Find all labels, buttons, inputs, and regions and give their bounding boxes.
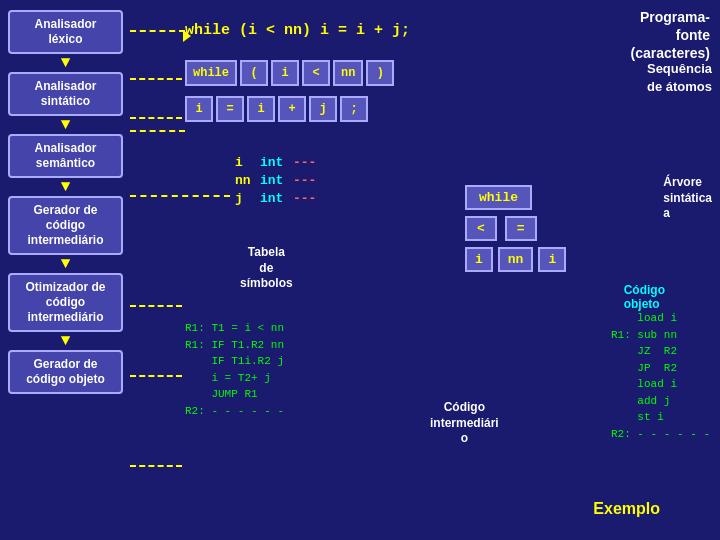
token-while: while (185, 60, 237, 86)
dashed-lexico (130, 78, 182, 80)
ast-i1: i (465, 247, 493, 272)
arrow-1: ▼ (61, 55, 71, 71)
arrow-3: ▼ (61, 179, 71, 195)
sym-type-i: int (260, 155, 288, 170)
arrow-2: ▼ (61, 117, 71, 133)
ast-while: while (465, 185, 532, 210)
pipeline-semantico: Analisadorsemântico (8, 134, 123, 178)
object-code-area: load i R1: sub nn JZ R2 JP R2 load i add… (611, 310, 710, 442)
arrow-sintatico-token (130, 130, 185, 132)
sym-type-nn: int (260, 173, 288, 188)
ast-area: while < = i nn i (465, 185, 566, 272)
token-lt: < (302, 60, 330, 86)
dashed-gerador-inter (130, 305, 182, 307)
pipeline-gerador-obj: Gerador decódigo objeto (8, 350, 123, 394)
tabela-label: Tabeladesímbolos (240, 245, 293, 292)
sym-var-i: i (235, 155, 255, 170)
title-line1: Programa- (640, 9, 710, 25)
exemplo-label: Exemplo (593, 500, 660, 518)
token2-eq: = (216, 96, 244, 122)
cod-objeto-label: Códigoobjeto (624, 283, 665, 311)
sym-row-j: j int --- (235, 191, 316, 206)
sym-row-nn: nn int --- (235, 173, 316, 188)
sym-dots-nn: --- (293, 173, 316, 188)
ast-i2: i (538, 247, 566, 272)
sym-var-j: j (235, 191, 255, 206)
title-line2: fonte (676, 27, 710, 43)
ast-row2: i nn i (465, 247, 566, 272)
token2-plus: + (278, 96, 306, 122)
arrow-5: ▼ (61, 333, 71, 349)
token-nn: nn (333, 60, 363, 86)
arvore-label: Árvoresintáticaa (663, 175, 712, 222)
sym-type-j: int (260, 191, 288, 206)
arrowhead-lexico (183, 30, 191, 42)
sym-row-i: i int --- (235, 155, 316, 170)
dashed-otimizador (130, 375, 182, 377)
arrow-4: ▼ (61, 256, 71, 272)
token2-semi: ; (340, 96, 368, 122)
cod-intermediario-label: Códigointermediário (430, 400, 499, 447)
token-paren-open: ( (240, 60, 268, 86)
sym-dots-i: --- (293, 155, 316, 170)
token-row-2: i = i + j ; (185, 96, 368, 122)
sequencia-label: Sequênciade átomos (647, 60, 712, 96)
token-row-1: while ( i < nn ) (185, 60, 394, 86)
token-i: i (271, 60, 299, 86)
source-code-line: while (i < nn) i = i + j; (185, 22, 555, 39)
symbol-table-area: i int --- nn int --- j int --- (235, 155, 316, 206)
token-paren-close: ) (366, 60, 394, 86)
pipeline-otimizador: Otimizador decódigointermediário (8, 273, 123, 332)
pipeline-sintatico: Analisadorsintático (8, 72, 123, 116)
ast-row1: < = (465, 216, 566, 241)
ast-eq: = (505, 216, 537, 241)
pipeline-lexico: Analisadorléxico (8, 10, 123, 54)
dashed-sintatico (130, 117, 182, 119)
sym-var-nn: nn (235, 173, 255, 188)
ast-nn: nn (498, 247, 534, 272)
intermediate-code-area: R1: T1 = i < nn R1: IF T1.R2 nn IF T1i.R… (185, 320, 284, 419)
arrow-lexico-source (130, 30, 185, 32)
exemplo-text: Exemplo (593, 500, 660, 517)
ast-lt: < (465, 216, 497, 241)
sym-dots-j: --- (293, 191, 316, 206)
dashed-semantico (130, 195, 230, 197)
object-code-text: load i R1: sub nn JZ R2 JP R2 load i add… (611, 310, 710, 442)
source-code-text: while (i < nn) i = i + j; (185, 22, 410, 39)
dashed-gerador-obj (130, 465, 182, 467)
token2-i: i (185, 96, 213, 122)
main-container: Programa- fonte (caracteres) Analisadorl… (0, 0, 720, 540)
pipeline-gerador-inter: Gerador decódigointermediário (8, 196, 123, 255)
token2-i2: i (247, 96, 275, 122)
pipeline: Analisadorléxico ▼ Analisadorsintático ▼… (8, 10, 123, 394)
token2-j: j (309, 96, 337, 122)
intermediate-code-text: R1: T1 = i < nn R1: IF T1.R2 nn IF T1i.R… (185, 320, 284, 419)
title-line3: (caracteres) (631, 45, 710, 61)
title-block: Programa- fonte (caracteres) (631, 8, 710, 63)
